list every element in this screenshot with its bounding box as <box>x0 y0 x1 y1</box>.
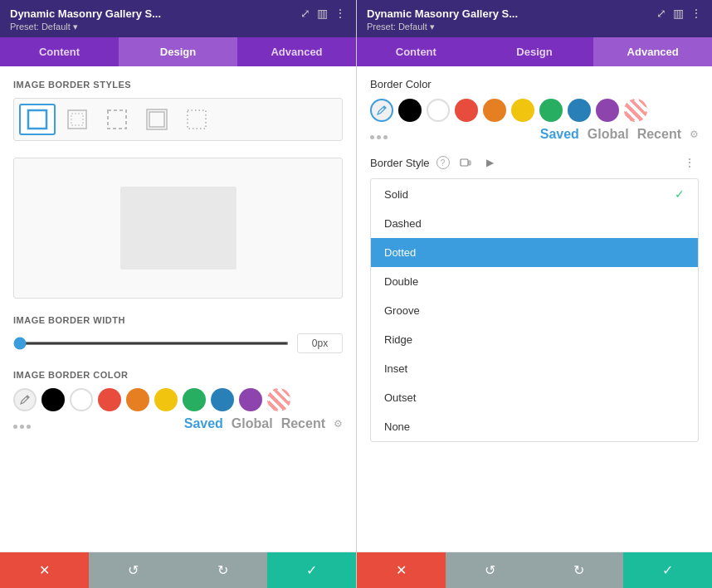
border-style-dashed[interactable]: Dashed <box>371 209 698 238</box>
right-preset: Preset: Default ▾ <box>367 22 702 32</box>
border-style-row: Border Style ? ▶ ⋮ <box>370 153 699 172</box>
left-cancel-button[interactable]: ✕ <box>0 552 89 588</box>
left-color-tab-saved[interactable]: Saved <box>184 416 223 431</box>
right-redo-button[interactable]: ↻ <box>534 552 623 588</box>
right-tab-advanced[interactable]: Advanced <box>593 37 712 66</box>
border-style-dropdown: Solid ✓ Dashed Dotted Double Groove Ridg… <box>370 178 699 442</box>
right-dots <box>370 135 388 139</box>
right-swatch-green[interactable] <box>539 99 563 122</box>
right-columns-icon[interactable]: ▥ <box>673 7 684 20</box>
right-cancel-button[interactable]: ✕ <box>357 552 446 588</box>
resize-icon[interactable]: ⤢ <box>300 7 310 20</box>
image-border-color-section: Image Border Color <box>13 370 343 431</box>
right-tab-design[interactable]: Design <box>475 37 594 66</box>
right-swatch-purple[interactable] <box>596 99 619 122</box>
left-color-tab-recent[interactable]: Recent <box>281 416 325 431</box>
left-color-picker-btn[interactable] <box>13 388 37 411</box>
right-resize-icon[interactable]: ⤢ <box>656 7 666 20</box>
right-swatch-red[interactable] <box>455 99 478 122</box>
left-swatch-none[interactable] <box>267 388 290 411</box>
left-swatch-purple[interactable] <box>239 388 262 411</box>
preview-inner <box>120 187 237 270</box>
left-swatch-green[interactable] <box>183 388 206 411</box>
left-save-button[interactable]: ✓ <box>267 552 356 588</box>
border-btn-dashed[interactable] <box>99 104 135 135</box>
right-color-tab-recent[interactable]: Recent <box>637 127 681 142</box>
right-swatch-orange[interactable] <box>483 99 506 122</box>
left-tab-advanced[interactable]: Advanced <box>237 37 356 66</box>
right-swatch-none[interactable] <box>624 99 647 122</box>
border-color-label: Border Color <box>370 78 699 90</box>
right-swatch-blue[interactable] <box>568 99 591 122</box>
svg-rect-3 <box>108 110 126 129</box>
border-style-cursor-icon[interactable]: ▶ <box>481 153 500 172</box>
left-swatch-orange[interactable] <box>126 388 149 411</box>
svg-rect-9 <box>461 159 468 166</box>
right-save-button[interactable]: ✓ <box>623 552 712 588</box>
right-color-picker-btn[interactable] <box>370 99 393 122</box>
left-panel-title: Dynamic Masonry Gallery S... <box>10 7 161 20</box>
preset-dropdown-icon[interactable]: ▾ <box>73 22 78 32</box>
border-style-buttons <box>13 98 343 141</box>
columns-icon[interactable]: ▥ <box>317 7 328 20</box>
border-width-slider[interactable] <box>13 342 289 345</box>
svg-rect-0 <box>28 110 46 129</box>
right-title-icons: ⤢ ▥ ⋮ <box>656 7 702 20</box>
svg-rect-1 <box>68 110 86 129</box>
left-tab-design[interactable]: Design <box>119 37 237 66</box>
image-border-styles-label: Image Border Styles <box>13 80 343 90</box>
border-style-groove[interactable]: Groove <box>371 296 698 325</box>
left-color-settings-icon[interactable]: ⚙ <box>334 418 343 430</box>
border-style-solid[interactable]: Solid ✓ <box>371 179 698 209</box>
left-preset: Preset: Default ▾ <box>10 22 346 32</box>
right-preset-dropdown-icon[interactable]: ▾ <box>430 22 435 32</box>
right-color-swatches <box>370 99 699 122</box>
left-panel-content: Image Border Styles <box>0 66 356 552</box>
right-color-tab-global[interactable]: Global <box>588 127 629 142</box>
left-swatch-red[interactable] <box>98 388 121 411</box>
left-dots <box>13 425 31 429</box>
image-border-color-label: Image Border Color <box>13 370 343 380</box>
right-more-icon[interactable]: ⋮ <box>690 7 702 20</box>
right-tab-content[interactable]: Content <box>357 37 475 66</box>
left-redo-button[interactable]: ↻ <box>178 552 267 588</box>
border-width-value: 0px <box>297 333 343 353</box>
left-color-tabs-row: Saved Global Recent ⚙ <box>184 416 343 431</box>
border-style-help-icon[interactable]: ? <box>436 156 450 169</box>
right-panel-content: Border Color <box>357 66 712 552</box>
border-style-device-icon[interactable] <box>456 153 475 172</box>
right-undo-button[interactable]: ↺ <box>446 552 534 588</box>
right-swatch-white[interactable] <box>427 99 450 122</box>
border-style-inset[interactable]: Inset <box>371 354 698 383</box>
border-btn-solid[interactable] <box>19 104 56 135</box>
border-btn-dotted[interactable] <box>178 104 215 135</box>
solid-checkmark: ✓ <box>675 187 685 201</box>
left-swatch-black[interactable] <box>41 388 65 411</box>
left-color-swatches <box>13 388 343 411</box>
border-style-outset[interactable]: Outset <box>371 383 698 412</box>
left-tab-content[interactable]: Content <box>0 37 119 66</box>
border-btn-double[interactable] <box>139 104 175 135</box>
right-swatch-yellow[interactable] <box>511 99 534 122</box>
left-undo-button[interactable]: ↺ <box>89 552 178 588</box>
right-color-tab-saved[interactable]: Saved <box>540 127 579 142</box>
border-style-more-icon[interactable]: ⋮ <box>680 153 699 172</box>
right-swatch-black[interactable] <box>398 99 422 122</box>
svg-rect-10 <box>469 161 471 165</box>
svg-point-7 <box>27 396 28 398</box>
image-border-width-section: Image Border Width 0px <box>13 315 343 353</box>
left-swatch-blue[interactable] <box>211 388 234 411</box>
border-style-double[interactable]: Double <box>371 267 698 296</box>
right-color-settings-icon[interactable]: ⚙ <box>690 129 699 140</box>
left-swatch-yellow[interactable] <box>154 388 178 411</box>
left-swatch-white[interactable] <box>70 388 93 411</box>
border-style-dotted[interactable]: Dotted <box>371 238 698 267</box>
preview-box <box>13 158 343 299</box>
right-panel-title: Dynamic Masonry Gallery S... <box>367 7 518 20</box>
border-style-ridge[interactable]: Ridge <box>371 325 698 354</box>
border-style-label: Border Style <box>370 157 430 169</box>
border-style-none[interactable]: None <box>371 412 698 441</box>
border-btn-outside[interactable] <box>59 104 95 135</box>
left-color-tab-global[interactable]: Global <box>232 416 273 431</box>
more-icon[interactable]: ⋮ <box>334 7 346 20</box>
